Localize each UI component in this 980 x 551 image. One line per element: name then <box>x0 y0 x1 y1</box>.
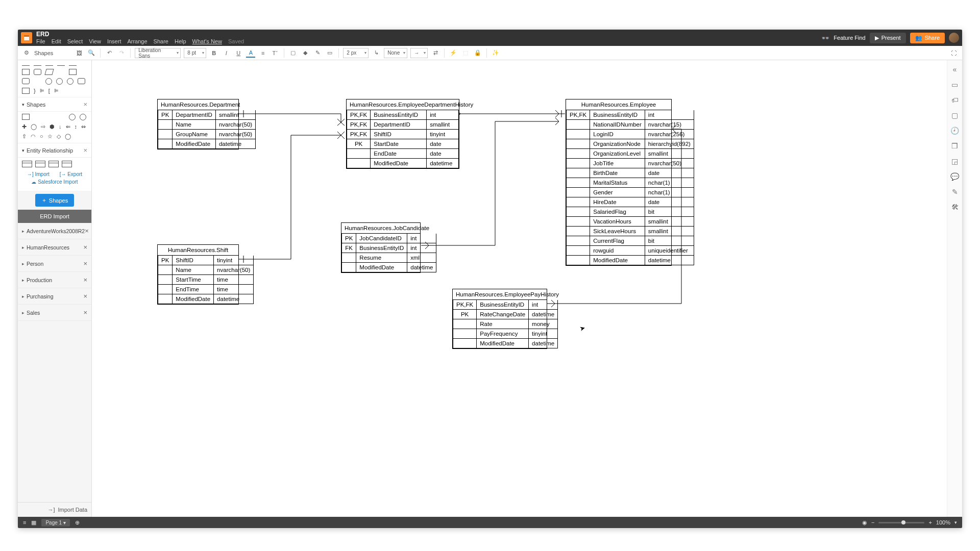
shape-icon[interactable]: ☆ <box>47 133 53 140</box>
shape-circle[interactable] <box>45 78 52 85</box>
export-link[interactable]: [→ Export <box>60 171 82 177</box>
font-size-select[interactable]: 8 pt <box>184 48 206 58</box>
table-row[interactable]: ModifiedDatedatetime <box>342 263 436 272</box>
shape-icon[interactable] <box>80 114 86 120</box>
shape-icon[interactable] <box>69 114 76 120</box>
table-row[interactable]: EndTimetime <box>158 285 254 294</box>
user-avatar[interactable] <box>949 33 959 43</box>
shape-line[interactable] <box>45 65 53 66</box>
entity-shift[interactable]: HumanResources.Shift PKShiftIDtinyintNam… <box>157 244 239 305</box>
menu-share[interactable]: Share <box>154 38 168 44</box>
shape-bracket[interactable]: } <box>34 88 36 94</box>
grid-view-icon[interactable]: ▦ <box>31 519 36 526</box>
shape-icon[interactable]: ◯ <box>65 133 71 140</box>
table-row[interactable]: MaritalStatusnchar(1) <box>567 178 694 188</box>
import-data-button[interactable]: →]Import Data <box>18 502 91 517</box>
shape-icon[interactable]: ⇨ <box>41 123 45 130</box>
shape-tri[interactable] <box>34 78 41 84</box>
shape-icon[interactable]: ⇐ <box>66 123 70 130</box>
menu-whats-new[interactable]: What's New <box>192 38 222 44</box>
zoom-value[interactable]: 100% <box>936 519 950 525</box>
zoom-out-icon[interactable]: − <box>871 519 874 525</box>
shape-pill[interactable] <box>22 78 30 84</box>
menu-edit[interactable]: Edit <box>52 38 61 44</box>
table-row[interactable]: ModifiedDatedatetime <box>158 294 254 304</box>
shape-trapezoid[interactable] <box>57 69 65 75</box>
undo-icon[interactable]: ↶ <box>105 48 114 58</box>
underline-icon[interactable]: U <box>234 48 243 58</box>
add-page-icon[interactable]: ⊕ <box>75 519 80 526</box>
image-icon[interactable]: 🖼 <box>75 48 84 58</box>
menu-view[interactable]: View <box>89 38 101 44</box>
table-row[interactable]: PayFrequencytinyint <box>453 329 558 339</box>
chat-icon[interactable]: 💬 <box>950 172 959 181</box>
bold-icon[interactable]: B <box>209 48 218 58</box>
text-style-icon[interactable]: T˅ <box>271 48 280 58</box>
close-icon[interactable]: × <box>83 101 87 108</box>
table-row[interactable]: StartTimetime <box>158 275 254 285</box>
comment-tag-icon[interactable]: 🏷 <box>951 96 959 104</box>
collapse-icon[interactable]: « <box>953 65 957 73</box>
sidebar-shapes-section-header[interactable]: ▾Shapes × <box>18 97 91 112</box>
shape-icon[interactable]: ↓ <box>59 123 62 130</box>
table-row[interactable]: EndDatedate <box>347 149 459 159</box>
close-icon[interactable]: × <box>83 309 87 316</box>
shape-icon[interactable]: ◇ <box>57 133 61 140</box>
schema-item[interactable]: ▸AdventureWorks2008R2× <box>18 223 91 239</box>
feature-find-link[interactable]: Feature Find <box>834 35 865 41</box>
import-link[interactable]: →] Import <box>27 171 50 177</box>
table-row[interactable]: HireDatedate <box>567 197 694 207</box>
schema-item[interactable]: ▸Purchasing× <box>18 288 91 305</box>
shape-rect[interactable] <box>22 69 30 75</box>
er-shape-icon[interactable] <box>62 161 72 167</box>
shape-icon[interactable]: ⇧ <box>22 133 27 140</box>
shape-misc[interactable] <box>69 69 77 75</box>
close-icon[interactable]: × <box>83 243 87 251</box>
shape-line[interactable] <box>57 65 65 66</box>
wand-icon[interactable]: ✨ <box>491 48 500 58</box>
shape-icon[interactable] <box>34 114 41 120</box>
zoom-in-icon[interactable]: + <box>928 519 932 525</box>
table-row[interactable]: LoginIDnvarchar(256) <box>567 130 694 139</box>
line-width-select[interactable]: 2 px <box>343 48 369 58</box>
border-color-icon[interactable]: ◆ <box>301 48 310 58</box>
close-icon[interactable]: × <box>83 292 87 300</box>
layers-icon[interactable]: ⬚ <box>461 48 470 58</box>
shape-rect[interactable] <box>44 69 54 75</box>
table-row[interactable]: PK,FKBusinessEntityIDint <box>567 110 694 120</box>
shape-text[interactable]: ⊫ <box>40 88 44 94</box>
table-row[interactable]: ModifiedDatedatetime <box>453 339 558 348</box>
shape-line[interactable] <box>34 65 41 66</box>
fill-icon[interactable]: ▢ <box>288 48 298 58</box>
page-selector[interactable]: Page 1 ▾ <box>41 519 69 527</box>
entity-employee-pay-history[interactable]: HumanResources.EmployeePayHistory PK,FKB… <box>452 289 547 349</box>
table-row[interactable]: PKRateChangeDatedatetime <box>453 310 558 319</box>
shapes-panel-toggle-icon[interactable]: ⚙ <box>22 48 31 58</box>
table-row[interactable]: Namenvarchar(50) <box>158 265 254 275</box>
table-row[interactable]: OrganizationNodehierarchyid(892) <box>567 139 694 149</box>
erd-import-bar[interactable]: ERD Import <box>18 210 91 223</box>
table-row[interactable]: PK,FKShiftIDtinyint <box>347 130 459 139</box>
data-icon[interactable]: ◲ <box>951 157 958 165</box>
table-row[interactable]: FKBusinessEntityIDint <box>342 243 436 253</box>
italic-icon[interactable]: I <box>222 48 231 58</box>
shape-line[interactable] <box>22 65 30 66</box>
zoom-slider[interactable] <box>878 522 924 523</box>
close-icon[interactable]: × <box>83 260 87 267</box>
accessibility-icon[interactable]: ◉ <box>862 519 867 526</box>
table-row[interactable]: NationalIDNumbernvarchar(15) <box>567 120 694 130</box>
cube-icon[interactable]: ❒ <box>951 142 958 150</box>
line-type-icon[interactable]: ↳ <box>372 48 381 58</box>
fullscreen-icon[interactable]: ⛶ <box>949 48 958 58</box>
lock-icon[interactable]: 🔒 <box>473 48 482 58</box>
table-row[interactable]: ModifiedDatedatetime <box>567 256 694 265</box>
shape-icon[interactable] <box>22 114 30 120</box>
present-button[interactable]: ▶Present <box>870 33 906 43</box>
table-row[interactable]: rowguiduniqueidentifier <box>567 246 694 256</box>
schema-item[interactable]: ▸Person× <box>18 256 91 272</box>
shape-icon[interactable]: ○ <box>40 133 43 140</box>
table-row[interactable]: PKShiftIDtinyint <box>158 256 254 265</box>
line-start-select[interactable]: None <box>384 48 407 58</box>
sidebar-er-section-header[interactable]: ▾Entity Relationship × <box>18 143 91 158</box>
table-row[interactable]: Ratemoney <box>453 319 558 329</box>
